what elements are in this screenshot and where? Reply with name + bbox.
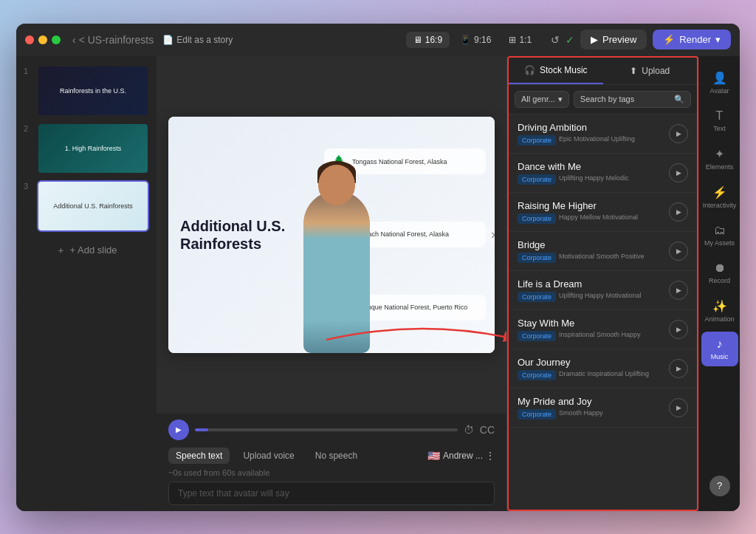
tool-item-record[interactable]: ⏺ Record [701,256,738,290]
tool-item-my assets[interactable]: 🗂 My Assets [701,218,738,253]
music-tags-1: Corporate Uplifting Happy Melodic [518,174,669,185]
music-title-7: My Pride and Joy [518,396,669,407]
headphones-icon: 🎧 [524,65,535,75]
tag-search-input[interactable]: Search by tags 🔍 [574,91,691,108]
music-info-6: Our Journey Corporate Dramatic Inspirati… [518,357,669,380]
music-item-0[interactable]: Driving Ambition Corporate Epic Motivati… [509,114,697,154]
minimize-button[interactable] [38,35,47,44]
chevron-down-icon: ▾ [558,95,563,104]
tool-label-record: Record [709,277,730,284]
ratio-1-1-button[interactable]: ⊞ 1:1 [501,32,539,48]
speech-row: Speech text Upload voice No speech 🇺🇸 An… [168,445,495,464]
tool-item-interactivity[interactable]: ⚡ Interactivity [701,179,738,215]
tool-item-text[interactable]: T Text [701,103,738,138]
music-tags-0: Corporate Epic Motivational Uplifting [518,135,669,146]
tool-label-animation: Animation [704,315,734,323]
slide-thumb-1[interactable]: Rainforests in the U.S. [37,65,149,117]
canvas-wrapper: Additional U.S. Rainforests 🌲 Tongass Na… [157,56,506,414]
help-button[interactable]: ? [709,476,730,496]
music-filters: All genr... ▾ Search by tags 🔍 [509,85,697,114]
music-info-7: My Pride and Joy Corporate Smooth Happy [518,396,669,420]
play-circle-3[interactable]: ▶ [669,242,688,261]
playback-bar: ▶ ⏱ CC [168,420,495,440]
speech-input[interactable]: Type text that avatar will say [168,482,495,505]
tag-corporate-7: Corporate [518,409,556,420]
preview-button[interactable]: ▶ Preview [580,30,647,49]
slide-thumb-2[interactable]: 1. High Rainforests [37,123,149,174]
maximize-button[interactable] [52,35,61,44]
tool-item-animation[interactable]: ✨ Animation [701,293,738,329]
play-circle-7[interactable]: ▶ [669,398,688,417]
tag-desc-0: Epic Motivational Uplifting [559,135,635,146]
render-button[interactable]: ⚡ Render ▾ [653,30,731,49]
play-circle-2[interactable]: ▶ [669,202,688,222]
phone-icon: 📱 [460,35,471,45]
speech-text-tab[interactable]: Speech text [168,448,230,464]
tag-desc-2: Happy Mellow Motivational [559,213,638,224]
tool-icon-animation: ✨ [712,299,727,313]
play-circle-6[interactable]: ▶ [669,359,688,378]
canvas-slide[interactable]: Additional U.S. Rainforests 🌲 Tongass Na… [168,117,495,353]
ratio-buttons: 🖥 16:9 📱 9:16 ⊞ 1:1 [406,32,539,48]
tool-item-music[interactable]: ♪ Music [701,332,738,366]
render-chevron-icon: ▾ [715,34,721,45]
forest-name-1: Tongass National Forest, Alaska [352,158,447,165]
tool-icon-record: ⏺ [714,261,726,275]
music-panel-header: 🎧 Stock Music ⬆ Upload [509,58,697,85]
edit-story-button[interactable]: 📄 Edit as a story [162,35,233,45]
play-circle-4[interactable]: ▶ [669,281,688,300]
music-tags-5: Corporate Inspirational Smooth Happy [518,331,669,341]
music-info-5: Stay With Me Corporate Inspirational Smo… [518,318,669,341]
toolbar: 👤 Avatar T Text ✦ Elements ⚡ Interactivi… [698,56,740,511]
slide-item-3[interactable]: 3 Additional U.S. Rainforests [24,180,149,232]
music-title-2: Raising Me Higher [518,200,669,211]
music-item-1[interactable]: Dance with Me Corporate Uplifting Happy … [509,154,697,193]
ratio-9-16-button[interactable]: 📱 9:16 [453,32,498,48]
play-circle-1[interactable]: ▶ [669,163,688,182]
back-button[interactable]: ‹ < US-rainforests [72,34,154,46]
music-info-1: Dance with Me Corporate Uplifting Happy … [518,161,669,185]
slide-item-1[interactable]: 1 Rainforests in the U.S. [24,65,149,117]
play-button[interactable]: ▶ [168,420,189,440]
genre-dropdown[interactable]: All genr... ▾ [515,91,569,108]
play-circle-0[interactable]: ▶ [669,124,688,143]
play-circle-5[interactable]: ▶ [669,320,688,339]
music-item-5[interactable]: Stay With Me Corporate Inspirational Smo… [509,310,697,349]
stock-music-tab[interactable]: 🎧 Stock Music [509,58,603,84]
music-tags-3: Corporate Motivational Smooth Positive [518,253,669,263]
music-title-4: Life is a Dream [518,278,669,290]
music-item-3[interactable]: Bridge Corporate Motivational Smooth Pos… [509,232,697,271]
progress-bar[interactable] [195,428,458,431]
slide-bg-1: Rainforests in the U.S. [38,66,148,115]
music-info-4: Life is a Dream Corporate Uplifting Happ… [518,278,669,302]
upload-voice-tab[interactable]: Upload voice [236,448,301,464]
add-slide-button[interactable]: ＋ + Add slide [24,238,149,263]
tool-item-avatar[interactable]: 👤 Avatar [701,65,738,100]
captions-icon[interactable]: CC [480,424,495,436]
ratio-16-9-button[interactable]: 🖥 16:9 [406,32,450,48]
tag-corporate-3: Corporate [518,253,556,263]
tool-icon-elements: ✦ [715,147,724,161]
tool-icon-text: T [716,109,724,123]
avatar-select[interactable]: 🇺🇸 Andrew ... ⋮ [427,450,495,462]
slide-item-2[interactable]: 2 1. High Rainforests [24,123,149,174]
music-item-6[interactable]: Our Journey Corporate Dramatic Inspirati… [509,349,697,388]
square-icon: ⊞ [509,35,516,45]
upload-tab[interactable]: ⬆ Upload [603,58,698,84]
tag-corporate-4: Corporate [518,292,556,302]
music-item-7[interactable]: My Pride and Joy Corporate Smooth Happy … [509,388,697,428]
undo-button[interactable]: ↺ [551,34,560,46]
story-icon: 📄 [162,35,173,45]
music-item-2[interactable]: Raising Me Higher Corporate Happy Mellow… [509,193,697,232]
music-tags-4: Corporate Uplifting Happy Motivational [518,292,669,302]
tag-desc-7: Smooth Happy [559,409,603,420]
music-item-4[interactable]: Life is a Dream Corporate Uplifting Happ… [509,271,697,310]
slide-thumb-3[interactable]: Additional U.S. Rainforests [37,180,149,232]
timer-icon[interactable]: ⏱ [464,424,474,436]
music-panel: 🎧 Stock Music ⬆ Upload All genr... ▾ Sea… [507,56,698,511]
no-speech-tab[interactable]: No speech [308,448,365,464]
tag-desc-3: Motivational Smooth Positive [559,253,645,263]
tool-item-elements[interactable]: ✦ Elements [701,141,738,177]
close-button[interactable] [25,35,34,44]
music-tags-2: Corporate Happy Mellow Motivational [518,213,669,224]
